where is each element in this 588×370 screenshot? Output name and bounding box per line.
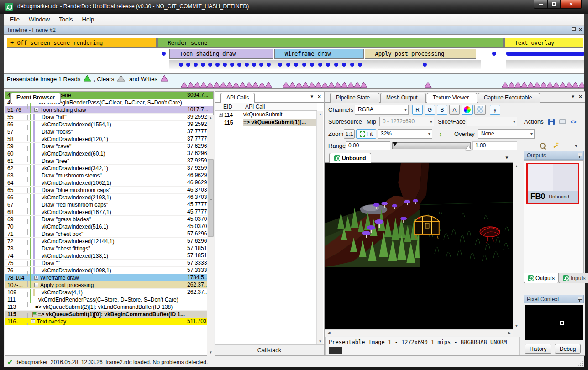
event-row[interactable]: 64vkCmdDrawIndexed(1062,1)46.96296 (5, 179, 213, 187)
view-code-icon[interactable]: <> (569, 117, 578, 126)
event-row[interactable]: 73Draw "chest fittings"57.18518 (5, 245, 213, 252)
scroll-left-icon[interactable]: ◀ (326, 330, 332, 336)
event-row[interactable]: 107-...-Apply post processing262.37... (5, 281, 213, 289)
tab-outputs[interactable]: Outputs (524, 273, 559, 283)
event-row[interactable]: 74vkCmdDrawIndexed(138,1)57.18518 (5, 252, 213, 260)
draw-event-dot[interactable] (358, 63, 362, 67)
draw-event-dot[interactable] (245, 63, 249, 67)
chevron-down-icon[interactable]: ▾ (572, 94, 574, 100)
close-icon[interactable]: × (318, 94, 321, 100)
expand-icon[interactable]: + (219, 113, 223, 117)
timeline-marker-bar[interactable]: - Render scene (158, 38, 504, 48)
draw-event-dot[interactable] (223, 63, 227, 67)
draw-event-dot[interactable] (186, 63, 190, 67)
channel-alpha-toggle[interactable]: A (449, 105, 460, 115)
range-min-handle[interactable] (392, 142, 398, 146)
event-row[interactable]: 62vkCmdDrawIndexed(342,1)37.92593 (5, 165, 213, 172)
draw-event-dot[interactable] (310, 63, 314, 67)
channel-green-toggle[interactable]: G (425, 105, 435, 115)
event-row[interactable]: 59Draw "cave"37.62963 (5, 143, 213, 150)
draw-event-dot[interactable] (194, 63, 198, 67)
event-row[interactable]: 111vkCmdEndRenderPass(C=Store, D=Store, … (5, 296, 213, 303)
draw-event-dot[interactable] (423, 63, 427, 67)
expand-icon[interactable]: + (34, 276, 38, 280)
event-row[interactable]: 69Draw "grass blades"45.03704 (5, 216, 213, 223)
tab-mesh-output[interactable]: Mesh Output (380, 93, 426, 103)
event-row[interactable]: 57Draw "rocks"37.77778 (5, 128, 213, 135)
close-button[interactable]: ✕ (561, 0, 582, 9)
tab-api-calls[interactable]: API Calls (220, 93, 255, 103)
column-eid[interactable]: EID (215, 103, 243, 110)
event-row[interactable]: 65Draw "blue mushroom caps"46.37037 (5, 187, 213, 194)
draw-event-dot[interactable] (326, 63, 330, 67)
alpha-checker-toggle[interactable] (474, 105, 486, 115)
gamma-toggle[interactable]: γ (490, 105, 500, 115)
pin-icon[interactable] (571, 26, 575, 33)
tab-pipeline-state[interactable]: Pipeline State (330, 93, 379, 103)
event-row[interactable]: 115=> vkQueueSubmit(1)[0]: vkBeginComman… (5, 311, 213, 318)
event-row[interactable]: 51-76-Toon shading draw1017.7... (5, 106, 213, 114)
menu-help[interactable]: Help (78, 14, 99, 25)
draw-event-dot[interactable] (230, 63, 234, 67)
draw-event-dot[interactable] (259, 63, 263, 67)
range-max-handle[interactable] (466, 146, 471, 150)
collapse-icon[interactable]: - (34, 108, 38, 112)
write-usage-markers[interactable] (502, 82, 584, 88)
menu-file[interactable]: File (5, 14, 24, 25)
draw-event-dot[interactable] (162, 52, 166, 56)
scroll-down-icon[interactable]: ▼ (317, 338, 324, 345)
range-max-field[interactable]: 1.00 (472, 141, 517, 150)
timeline-marker-bar[interactable]: - Apply post processing (365, 49, 476, 59)
toolbar-overflow-icon[interactable]: ▾ (573, 141, 579, 150)
debug-button[interactable]: Debug (555, 344, 581, 354)
event-row[interactable]: 60vkCmdDrawIndexed(60,1)37.62963 (5, 150, 213, 157)
chevron-down-icon[interactable]: ▾ (310, 94, 313, 100)
draw-event-dot[interactable] (278, 63, 282, 67)
color-wheel-toggle[interactable] (462, 105, 473, 115)
column-api-call[interactable]: API Call (243, 103, 317, 110)
texture-hscrollbar[interactable]: ◀ ▶ (326, 329, 513, 336)
tab-inputs[interactable]: Inputs (559, 273, 588, 283)
tab-event-browser[interactable]: Event Browser (10, 93, 61, 103)
texture-vscrollbar[interactable]: ▲ ▼ (513, 163, 520, 329)
timeline-marker-bar[interactable]: - Wireframe draw (274, 49, 364, 59)
draw-event-dot[interactable] (208, 63, 212, 67)
flip-y-icon[interactable]: ↕ (436, 130, 445, 138)
event-row[interactable]: 109vkCmdDraw(4,1)262.37... (5, 289, 213, 296)
event-row[interactable]: 113=> vkQueueSubmit(2)[1]: vkEndCommandB… (5, 303, 213, 311)
tab-texture-viewer[interactable]: Texture Viewer (427, 93, 477, 103)
timeline-marker-bar[interactable]: - Text overlay (504, 38, 583, 48)
draw-event-dot[interactable] (342, 63, 346, 67)
event-row[interactable]: 116-...+Text overlay511.7037 (5, 318, 213, 325)
fb0-thumbnail[interactable]: FB0 Unbound (526, 163, 579, 204)
timeline-header[interactable]: Timeline - Frame #2 × (4, 26, 584, 34)
pixel-context-view[interactable] (525, 305, 583, 340)
timeline-marker-bar[interactable]: - Toon shading draw (169, 49, 273, 59)
scroll-up-icon[interactable]: ▲ (317, 111, 324, 118)
zoom-percent-select[interactable]: 32% (378, 129, 432, 139)
write-usage-markers[interactable] (425, 82, 434, 88)
channels-select[interactable]: RGBA (355, 105, 409, 115)
pin-icon[interactable] (578, 152, 582, 158)
api-call-row[interactable]: 115=> vkQueueSubmit(1)[... (215, 119, 317, 126)
scroll-up-icon[interactable]: ▲ (207, 115, 214, 121)
api-call-row[interactable]: +114vkQueueSubmit (215, 111, 317, 119)
event-row[interactable]: 78-104+Wireframe draw1784.5... (5, 274, 213, 281)
event-row[interactable]: 67Draw "red mushroom caps"45.77778 (5, 201, 213, 208)
open-link-icon[interactable] (558, 117, 567, 126)
event-row[interactable]: 61Draw "tree"37.92593 (5, 157, 213, 165)
menu-tools[interactable]: Tools (54, 14, 77, 25)
draw-event-dot[interactable] (267, 63, 271, 67)
menu-window[interactable]: Window (24, 14, 54, 25)
channel-red-toggle[interactable]: R (412, 105, 423, 115)
pin-icon[interactable] (578, 296, 582, 302)
draw-event-dot[interactable] (215, 63, 220, 67)
channel-blue-toggle[interactable]: B (437, 105, 447, 115)
event-row[interactable]: 68vkCmdDrawIndexed(1677,1)45.77778 (5, 208, 213, 216)
api-calls-column-header[interactable]: EIDAPI Call (215, 103, 317, 111)
write-usage-markers[interactable] (181, 82, 274, 88)
draw-event-dot[interactable] (334, 63, 338, 67)
draw-event-dot[interactable] (286, 63, 290, 67)
resize-grip[interactable] (578, 361, 583, 366)
chevron-down-icon[interactable]: ▾ (505, 155, 508, 161)
